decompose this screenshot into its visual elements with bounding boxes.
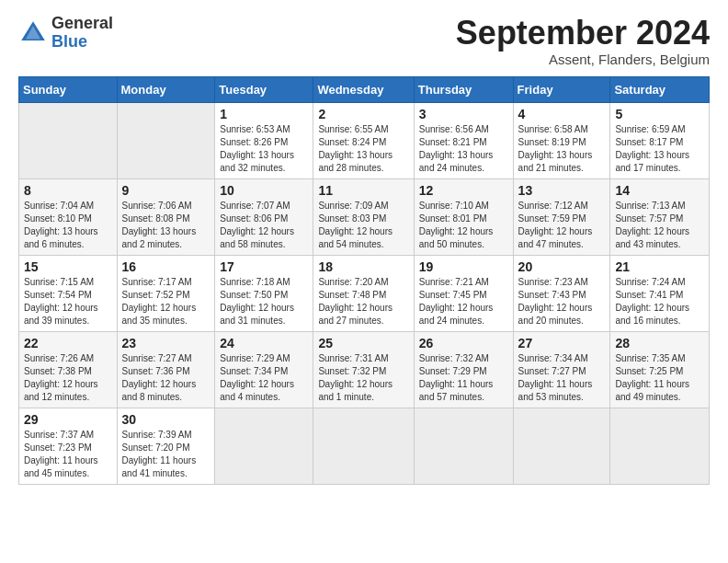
day-number: 5 [615,107,704,121]
day-cell-9: 9Sunrise: 7:06 AMSunset: 8:08 PMDaylight… [117,178,215,255]
day-number: 29 [24,412,112,427]
day-info: Sunrise: 7:06 AMSunset: 8:08 PMDaylight:… [122,200,210,251]
day-number: 11 [318,183,408,198]
title-block: September 2024 Assent, Flanders, Belgium [456,15,710,67]
day-info: Sunrise: 7:17 AMSunset: 7:52 PMDaylight:… [122,276,210,327]
day-number: 24 [220,336,308,350]
day-number: 21 [615,259,704,274]
week-row-2: 15Sunrise: 7:15 AMSunset: 7:54 PMDayligh… [19,255,710,331]
week-row-1: 8Sunrise: 7:04 AMSunset: 8:10 PMDaylight… [19,178,710,255]
day-cell-26: 26Sunrise: 7:32 AMSunset: 7:29 PMDayligh… [414,331,513,408]
day-info: Sunrise: 7:20 AMSunset: 7:48 PMDaylight:… [318,276,408,327]
location-subtitle: Assent, Flanders, Belgium [456,52,710,67]
day-info: Sunrise: 7:09 AMSunset: 8:03 PMDaylight:… [318,200,408,251]
day-info: Sunrise: 7:13 AMSunset: 7:57 PMDaylight:… [615,200,704,251]
day-number: 26 [419,336,508,350]
day-header-wednesday: Wednesday [313,76,414,102]
day-number: 12 [419,183,508,198]
day-cell-29: 29Sunrise: 7:37 AMSunset: 7:23 PMDayligh… [19,408,118,484]
day-info: Sunrise: 7:23 AMSunset: 7:43 PMDaylight:… [518,276,606,327]
day-info: Sunrise: 7:27 AMSunset: 7:36 PMDaylight:… [122,352,210,404]
empty-cell [610,408,710,484]
day-info: Sunrise: 7:10 AMSunset: 8:01 PMDaylight:… [419,200,508,251]
day-cell-23: 23Sunrise: 7:27 AMSunset: 7:36 PMDayligh… [117,331,215,408]
day-header-friday: Friday [513,76,610,102]
day-cell-16: 16Sunrise: 7:17 AMSunset: 7:52 PMDayligh… [117,255,215,331]
day-info: Sunrise: 6:53 AMSunset: 8:26 PMDaylight:… [220,123,308,175]
day-number: 19 [419,259,508,274]
day-cell-21: 21Sunrise: 7:24 AMSunset: 7:41 PMDayligh… [610,255,710,331]
day-info: Sunrise: 7:21 AMSunset: 7:45 PMDaylight:… [419,276,508,327]
week-row-0: 1Sunrise: 6:53 AMSunset: 8:26 PMDaylight… [19,102,710,178]
day-number: 28 [615,336,704,350]
day-cell-12: 12Sunrise: 7:10 AMSunset: 8:01 PMDayligh… [414,178,513,255]
day-number: 25 [318,336,408,350]
day-cell-8: 8Sunrise: 7:04 AMSunset: 8:10 PMDaylight… [19,178,118,255]
day-number: 30 [122,412,210,427]
day-info: Sunrise: 6:58 AMSunset: 8:19 PMDaylight:… [518,123,606,175]
header: General Blue September 2024 Assent, Flan… [18,15,710,67]
day-number: 23 [122,336,210,350]
week-row-3: 22Sunrise: 7:26 AMSunset: 7:38 PMDayligh… [19,331,710,408]
day-cell-4: 4Sunrise: 6:58 AMSunset: 8:19 PMDaylight… [513,102,610,178]
empty-cell [313,408,414,484]
empty-cell [117,102,215,178]
day-cell-24: 24Sunrise: 7:29 AMSunset: 7:34 PMDayligh… [215,331,313,408]
day-number: 2 [318,107,408,121]
day-header-saturday: Saturday [610,76,710,102]
logo-blue: Blue [51,32,87,51]
day-info: Sunrise: 6:56 AMSunset: 8:21 PMDaylight:… [419,123,508,175]
day-number: 22 [24,336,112,350]
day-info: Sunrise: 7:39 AMSunset: 7:20 PMDaylight:… [122,429,210,480]
day-cell-25: 25Sunrise: 7:31 AMSunset: 7:32 PMDayligh… [313,331,414,408]
day-number: 13 [518,183,606,198]
day-cell-11: 11Sunrise: 7:09 AMSunset: 8:03 PMDayligh… [313,178,414,255]
day-number: 3 [419,107,508,121]
day-cell-14: 14Sunrise: 7:13 AMSunset: 7:57 PMDayligh… [610,178,710,255]
day-cell-19: 19Sunrise: 7:21 AMSunset: 7:45 PMDayligh… [414,255,513,331]
day-info: Sunrise: 7:24 AMSunset: 7:41 PMDaylight:… [615,276,704,327]
day-number: 14 [615,183,704,198]
month-title: September 2024 [456,15,710,52]
day-cell-17: 17Sunrise: 7:18 AMSunset: 7:50 PMDayligh… [215,255,313,331]
calendar-table: SundayMondayTuesdayWednesdayThursdayFrid… [18,76,710,485]
day-info: Sunrise: 7:07 AMSunset: 8:06 PMDaylight:… [220,200,308,251]
day-info: Sunrise: 7:12 AMSunset: 7:59 PMDaylight:… [518,200,606,251]
day-cell-18: 18Sunrise: 7:20 AMSunset: 7:48 PMDayligh… [313,255,414,331]
day-cell-5: 5Sunrise: 6:59 AMSunset: 8:17 PMDaylight… [610,102,710,178]
day-number: 16 [122,259,210,274]
day-info: Sunrise: 7:32 AMSunset: 7:29 PMDaylight:… [419,352,508,404]
day-number: 4 [518,107,606,121]
day-cell-10: 10Sunrise: 7:07 AMSunset: 8:06 PMDayligh… [215,178,313,255]
logo-general: General [51,14,113,32]
week-row-4: 29Sunrise: 7:37 AMSunset: 7:23 PMDayligh… [19,408,710,484]
day-number: 9 [122,183,210,198]
day-number: 15 [24,259,112,274]
empty-cell [513,408,610,484]
logo: General Blue [18,15,113,52]
day-cell-3: 3Sunrise: 6:56 AMSunset: 8:21 PMDaylight… [414,102,513,178]
day-cell-22: 22Sunrise: 7:26 AMSunset: 7:38 PMDayligh… [19,331,118,408]
day-info: Sunrise: 7:15 AMSunset: 7:54 PMDaylight:… [24,276,112,327]
day-info: Sunrise: 7:04 AMSunset: 8:10 PMDaylight:… [24,200,112,251]
day-number: 27 [518,336,606,350]
day-number: 20 [518,259,606,274]
day-info: Sunrise: 7:34 AMSunset: 7:27 PMDaylight:… [518,352,606,404]
day-info: Sunrise: 7:37 AMSunset: 7:23 PMDaylight:… [24,429,112,480]
day-info: Sunrise: 6:55 AMSunset: 8:24 PMDaylight:… [318,123,408,175]
day-info: Sunrise: 7:29 AMSunset: 7:34 PMDaylight:… [220,352,308,404]
day-cell-15: 15Sunrise: 7:15 AMSunset: 7:54 PMDayligh… [19,255,118,331]
day-cell-13: 13Sunrise: 7:12 AMSunset: 7:59 PMDayligh… [513,178,610,255]
logo-text: General Blue [51,15,113,52]
day-info: Sunrise: 7:26 AMSunset: 7:38 PMDaylight:… [24,352,112,404]
day-header-thursday: Thursday [414,76,513,102]
day-header-sunday: Sunday [19,76,118,102]
day-number: 17 [220,259,308,274]
day-info: Sunrise: 7:35 AMSunset: 7:25 PMDaylight:… [615,352,704,404]
day-info: Sunrise: 7:18 AMSunset: 7:50 PMDaylight:… [220,276,308,327]
day-number: 1 [220,107,308,121]
day-cell-2: 2Sunrise: 6:55 AMSunset: 8:24 PMDaylight… [313,102,414,178]
header-row: SundayMondayTuesdayWednesdayThursdayFrid… [19,76,710,102]
empty-cell [414,408,513,484]
day-number: 8 [24,183,112,198]
